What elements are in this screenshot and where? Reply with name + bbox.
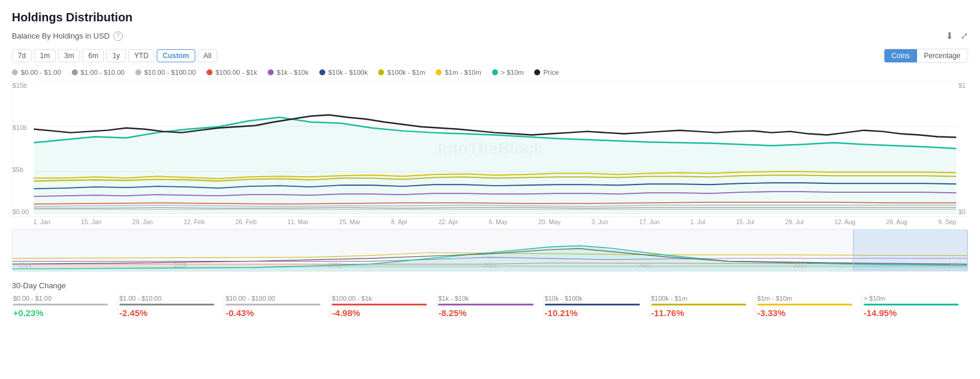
- time-filter-7d[interactable]: 7d: [12, 49, 31, 62]
- mini-year-label: 2023: [794, 262, 807, 269]
- mini-year-label: 2021: [483, 262, 496, 269]
- mini-year-label: 2019: [173, 262, 186, 269]
- y-axis-right-label: $0: [959, 208, 968, 215]
- change-label: $100k - $1m: [651, 295, 746, 302]
- change-value: -11.76%: [651, 308, 746, 318]
- x-axis-label: 29. Jul: [785, 218, 804, 225]
- change-bar: [438, 304, 533, 305]
- change-column: > $10m -14.95%: [862, 295, 968, 318]
- legend-item: > $10m: [492, 69, 524, 76]
- x-axis-label: 26. Feb: [236, 218, 257, 225]
- legend-item: $100k - $1m: [378, 69, 425, 76]
- x-axis-label: 20. May: [538, 218, 560, 225]
- change-column: $1k - $10k -8.25%: [437, 295, 543, 318]
- change-bar: [13, 304, 108, 305]
- legend-item: $1.00 - $10.00: [72, 69, 125, 76]
- change-value: +0.23%: [13, 308, 108, 318]
- change-value: -4.98%: [332, 308, 427, 318]
- y-axis-right-label: $1: [959, 82, 968, 89]
- change-value: -3.33%: [757, 308, 852, 318]
- change-bar: [119, 304, 214, 305]
- view-btn-percentage[interactable]: Percentage: [917, 49, 968, 62]
- change-value: -8.25%: [438, 308, 533, 318]
- x-axis-labels: 1. Jan15. Jan29. Jan12. Feb26. Feb11. Ma…: [33, 218, 956, 225]
- change-column: $100.00 - $1k -4.98%: [331, 295, 437, 318]
- y-axis-label: $5b: [12, 166, 31, 173]
- x-axis-label: 26. Aug: [886, 218, 908, 225]
- chart-svg: [34, 81, 956, 216]
- info-icon[interactable]: ?: [113, 31, 123, 41]
- x-axis-label: 22. Apr: [438, 218, 458, 225]
- mini-year-label: 2020: [328, 262, 341, 269]
- legend-item: $1k - $10k: [268, 69, 309, 76]
- change-title: 30-Day Change: [12, 281, 968, 290]
- download-icon[interactable]: ⬇: [946, 30, 953, 42]
- legend-row: $0.00 - $1.00$1.00 - $10.00$10.00 - $100…: [12, 69, 968, 76]
- y-axis-label: $15b: [12, 82, 31, 89]
- legend-item: $1m - $10m: [436, 69, 481, 76]
- legend-item: $10k - $100k: [319, 69, 368, 76]
- x-axis-label: 3. Jun: [591, 218, 608, 225]
- change-column: $10k - $100k -10.21%: [544, 295, 650, 318]
- time-filter-3m[interactable]: 3m: [58, 49, 80, 62]
- time-filter-all[interactable]: All: [198, 49, 217, 62]
- x-axis-label: 15. Jan: [81, 218, 101, 225]
- mini-chart[interactable]: 2018201920202021202220232024: [12, 229, 968, 272]
- x-axis-label: 1. Jan: [33, 218, 50, 225]
- change-label: $1k - $10k: [438, 295, 533, 302]
- y-axis-label: $0.00: [12, 208, 31, 215]
- x-axis-label: 15. Jul: [736, 218, 754, 225]
- change-label: $10k - $100k: [545, 295, 640, 302]
- change-value: -0.43%: [226, 308, 321, 318]
- y-axis-right: $1$0: [959, 81, 968, 216]
- change-column: $1.00 - $10.00 -2.45%: [118, 295, 224, 318]
- y-axis-labels: $15b$10b$5b$0.00: [12, 81, 31, 216]
- change-column: $100k - $1m -11.76%: [650, 295, 756, 318]
- expand-icon[interactable]: ⤢: [960, 30, 968, 42]
- x-axis-label: 25. Mar: [340, 218, 361, 225]
- time-filter-group: 7d1m3m6m1yYTDCustomAll: [12, 49, 217, 62]
- x-axis-label: 9. Sep: [938, 218, 956, 225]
- time-filter-1y[interactable]: 1y: [106, 49, 126, 62]
- change-bar: [864, 304, 959, 305]
- time-filter-1m[interactable]: 1m: [34, 49, 56, 62]
- change-label: $1m - $10m: [757, 295, 852, 302]
- x-axis-label: 17. Jun: [639, 218, 659, 225]
- view-toggle: CoinsPercentage: [884, 49, 968, 63]
- change-bar: [332, 304, 427, 305]
- y-axis-label: $10b: [12, 124, 31, 131]
- change-bar: [651, 304, 746, 305]
- main-chart: $15b$10b$5b$0.00 $1$0 IntoTheBlock: [12, 81, 968, 217]
- change-value: -10.21%: [545, 308, 640, 318]
- change-section: 30-Day Change $0.00 - $1.00 +0.23% $1.00…: [12, 281, 968, 318]
- x-axis-label: 11. Mar: [287, 218, 309, 225]
- mini-year-label: 2018: [18, 262, 31, 269]
- change-value: -14.95%: [864, 308, 959, 318]
- legend-item: $10.00 - $100.00: [135, 69, 196, 76]
- time-filter-custom[interactable]: Custom: [157, 49, 195, 62]
- change-bar: [226, 304, 321, 305]
- mini-year-labels: 2018201920202021202220232024: [12, 262, 968, 269]
- change-bar: [545, 304, 640, 305]
- change-column: $1m - $10m -3.33%: [756, 295, 862, 318]
- mini-range-highlight[interactable]: [853, 230, 968, 271]
- time-filter-6m[interactable]: 6m: [83, 49, 104, 62]
- page-title: Holdings Distribution: [12, 11, 968, 24]
- change-value: -2.45%: [119, 308, 214, 318]
- x-axis-label: 8. Apr: [391, 218, 407, 225]
- x-axis-label: 12. Feb: [183, 218, 205, 225]
- change-label: $1.00 - $10.00: [119, 295, 214, 302]
- view-btn-coins[interactable]: Coins: [884, 49, 917, 62]
- change-grid: $0.00 - $1.00 +0.23% $1.00 - $10.00 -2.4…: [12, 295, 968, 318]
- change-column: $10.00 - $100.00 -0.43%: [224, 295, 331, 318]
- change-bar: [757, 304, 852, 305]
- x-axis-label: 12. Aug: [835, 218, 856, 225]
- mini-year-label: 2022: [639, 262, 652, 269]
- legend-item: Price: [534, 69, 559, 76]
- legend-item: $100.00 - $1k: [207, 69, 257, 76]
- legend-item: $0.00 - $1.00: [12, 69, 61, 76]
- time-filter-ytd[interactable]: YTD: [128, 49, 154, 62]
- change-label: > $10m: [864, 295, 959, 302]
- change-label: $10.00 - $100.00: [226, 295, 321, 302]
- change-label: $0.00 - $1.00: [13, 295, 108, 302]
